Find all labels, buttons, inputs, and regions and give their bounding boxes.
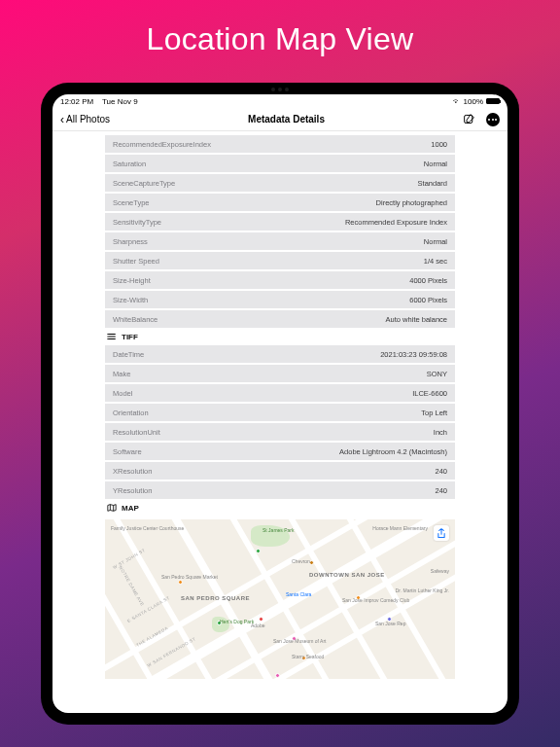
- tiff-row[interactable]: DateTime2021:03:23 09:59:08: [105, 345, 455, 363]
- metadata-value: 1000: [431, 140, 447, 149]
- back-button[interactable]: ‹ All Photos: [60, 114, 110, 125]
- metadata-key: YResolution: [113, 486, 152, 495]
- metadata-value: Recommended Exposure Index: [345, 218, 447, 227]
- metadata-key: SensitivityType: [113, 218, 161, 227]
- location-map[interactable]: DOWNTOWN SAN JOSE SAN PEDRO SQUARE St Ja…: [105, 519, 455, 679]
- more-button[interactable]: [486, 113, 500, 126]
- device-screen: 12:02 PM Tue Nov 9 ᯤ 100% ‹ All Photos M…: [52, 94, 508, 713]
- tiff-row[interactable]: XResolution240: [105, 462, 455, 480]
- metadata-key: SceneType: [113, 198, 150, 207]
- compose-button[interactable]: [463, 113, 476, 126]
- list-icon: [107, 332, 117, 341]
- metadata-key: ResolutionUnit: [113, 428, 160, 437]
- metadata-value: 240: [435, 467, 447, 476]
- district-label: DOWNTOWN SAN JOSE: [309, 572, 385, 579]
- metadata-key: Make: [113, 370, 130, 378]
- tiff-row[interactable]: MakeSONY: [105, 365, 455, 382]
- exif-row[interactable]: Shutter Speed1/4 sec: [105, 252, 455, 269]
- metadata-key: Sharpness: [113, 237, 148, 246]
- status-time: 12:02 PM: [60, 97, 93, 106]
- section-header-map: MAP: [105, 503, 455, 513]
- district-label: SAN PEDRO SQUARE: [181, 595, 250, 602]
- metadata-value: Normal: [424, 237, 447, 246]
- exif-row[interactable]: Size-Width6000 Pixels: [105, 291, 455, 308]
- street-label: E SANTA CLARA ST: [126, 595, 171, 623]
- metadata-value: Adobe Lightroom 4.2 (Macintosh): [339, 447, 447, 456]
- metadata-value: Directly photographed: [376, 198, 447, 207]
- poi-label: Adobe: [251, 622, 264, 628]
- dot-icon: [492, 119, 494, 121]
- page-title: Metadata Details: [248, 114, 325, 124]
- metadata-key: RecommendedExposureIndex: [113, 140, 211, 149]
- exif-row[interactable]: Size-Height4000 Pixels: [105, 271, 455, 289]
- metadata-key: SceneCaptureType: [113, 179, 175, 188]
- exif-row[interactable]: WhiteBalanceAuto white balance: [105, 310, 455, 328]
- share-icon: [437, 528, 446, 539]
- metadata-key: WhiteBalance: [113, 315, 158, 324]
- poi-label: San Jose Improv Comedy Club: [342, 597, 409, 603]
- metadata-value: SONY: [427, 370, 447, 378]
- poi-label: Santa Clara: [286, 591, 311, 597]
- metadata-value: Auto white balance: [386, 315, 447, 324]
- app-store-slide: Location Map View 12:02 PM Tue Nov 9 ᯤ 1…: [0, 0, 560, 747]
- ipad-frame: 12:02 PM Tue Nov 9 ᯤ 100% ‹ All Photos M…: [41, 83, 519, 725]
- metadata-value: 2021:03:23 09:59:08: [380, 350, 447, 359]
- metadata-key: Model: [113, 389, 132, 398]
- exif-group: RecommendedExposureIndex1000SaturationNo…: [105, 135, 455, 328]
- poi-label: San Jose Museum of Art: [273, 638, 326, 644]
- metadata-value: 4000 Pixels: [409, 276, 447, 285]
- status-right: ᯤ 100%: [453, 97, 500, 106]
- metadata-value: Standard: [418, 179, 447, 188]
- tiff-row[interactable]: SoftwareAdobe Lightroom 4.2 (Macintosh): [105, 443, 455, 460]
- exif-row[interactable]: RecommendedExposureIndex1000: [105, 135, 455, 153]
- tiff-row[interactable]: ResolutionUnitInch: [105, 423, 455, 441]
- poi-label: Chevron: [292, 558, 310, 564]
- exif-row[interactable]: SceneCaptureTypeStandard: [105, 174, 455, 192]
- metadata-key: Size-Height: [113, 276, 151, 285]
- metadata-value: ILCE-6600: [412, 389, 447, 398]
- metadata-value: 1/4 sec: [424, 257, 447, 266]
- map-pin[interactable]: [256, 549, 261, 553]
- exif-row[interactable]: SceneTypeDirectly photographed: [105, 194, 455, 211]
- scroll-content[interactable]: RecommendedExposureIndex1000SaturationNo…: [52, 131, 508, 713]
- poi-label: San Pedro Square Market: [161, 574, 218, 580]
- compose-icon: [463, 113, 475, 125]
- map-pin[interactable]: [259, 617, 263, 622]
- metadata-key: Orientation: [113, 409, 149, 417]
- poi-label: St James Park: [262, 527, 295, 533]
- section-tiff-label: TIFF: [122, 333, 138, 341]
- battery-icon: [486, 98, 500, 104]
- chevron-left-icon: ‹: [60, 114, 64, 125]
- battery-text: 100%: [464, 97, 483, 106]
- status-date: Tue Nov 9: [102, 97, 138, 106]
- metadata-key: Saturation: [113, 160, 146, 168]
- exif-row[interactable]: SensitivityTypeRecommended Exposure Inde…: [105, 213, 455, 231]
- tiff-row[interactable]: OrientationTop Left: [105, 404, 455, 421]
- tiff-row[interactable]: ModelILCE-6600: [105, 384, 455, 402]
- metadata-value: 6000 Pixels: [409, 296, 447, 304]
- back-label: All Photos: [66, 114, 110, 124]
- metadata-key: Shutter Speed: [113, 257, 159, 266]
- tiff-row[interactable]: YResolution240: [105, 481, 455, 499]
- poi-label: San Jose Rep: [375, 621, 405, 626]
- metadata-key: Size-Width: [113, 296, 148, 304]
- exif-row[interactable]: SaturationNormal: [105, 155, 455, 172]
- status-left: 12:02 PM Tue Nov 9: [60, 97, 138, 106]
- dot-icon: [495, 119, 497, 121]
- nav-bar: ‹ All Photos Metadata Details: [52, 108, 508, 131]
- poi-label: Horace Mann Elementary: [372, 525, 428, 531]
- section-map-label: MAP: [122, 504, 139, 513]
- street-label: NOTRE DAME AVE: [119, 565, 146, 607]
- exif-row[interactable]: SharpnessNormal: [105, 232, 455, 250]
- section-header-tiff: TIFF: [105, 332, 455, 341]
- metadata-value: Normal: [424, 160, 447, 168]
- poi-label: Hert's Dog Park: [220, 619, 254, 624]
- metadata-key: XResolution: [113, 467, 152, 476]
- map-share-button[interactable]: [434, 525, 449, 541]
- hero-title: Location Map View: [147, 21, 414, 57]
- metadata-value: 240: [435, 486, 447, 495]
- poi-label: Family Justice Center Courthouse: [111, 525, 184, 531]
- map-pin[interactable]: [178, 580, 183, 585]
- device-camera: [266, 87, 294, 91]
- map-pin[interactable]: [275, 673, 280, 678]
